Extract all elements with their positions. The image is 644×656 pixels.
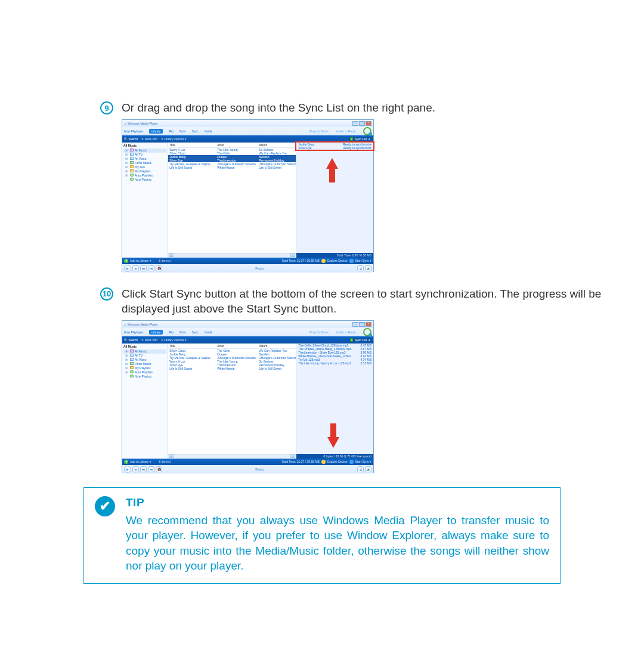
close-button[interactable]: × [366,121,371,126]
close-button[interactable]: × [366,322,371,327]
minimize-button[interactable]: _ [352,121,358,126]
menu-sync[interactable]: Sync [192,330,199,334]
sync-row[interactable]: The Like Young - Worry A Lot - 128.mp32.… [298,361,372,365]
horizontal-scrollbar[interactable]: ‹› [168,253,296,258]
minimize-button[interactable]: _ [352,322,358,327]
menu-shop-music[interactable]: Shop for Music [309,129,329,133]
sidebar-item-my-zen[interactable]: ⊞My Zen [123,165,166,169]
col-album[interactable]: Album [259,344,295,348]
menu-listen-radio[interactable]: Listen to Radio [336,330,356,334]
col-album[interactable]: Album [259,143,295,147]
step-number-10: 10 [100,287,113,301]
window-controls: _ ☐ × [352,121,371,126]
sync-rows[interactable]: Jackie BangReady to synchronizeSilver Ey… [296,143,373,253]
search-link[interactable]: 🔍 Search [124,137,138,141]
volume-button[interactable]: 🔊 [365,466,371,472]
library-rows[interactable]: Worry A LotThe Like YoungSo SeriousSilve… [168,148,296,253]
sidebar-item-all-tv[interactable]: ⊞All TV [123,153,166,157]
mute-button[interactable]: 🔇 [156,265,162,271]
sidebar-item-other-media[interactable]: ⊞Other Media [123,161,166,165]
titlebar: ♫ Windows Media Player _ ☐ × [122,120,373,127]
tv-icon [130,153,134,156]
column-headers: Title Artist Album [168,344,296,349]
sidebar-item-my-playlists[interactable]: ⊞My Playlists [123,366,166,370]
menu-now-playing[interactable]: Now Playing ▾ [124,129,143,133]
sync-row[interactable]: Silver EyeReady to synchronize [298,146,372,150]
next-button[interactable]: ⏭ [148,265,154,271]
menu-rip[interactable]: Rip [169,330,174,334]
library-options-link[interactable]: ✎ Library Options ▾ [161,137,187,141]
stop-button[interactable]: ■ [132,466,139,472]
sync-list-header[interactable]: Sync List ▾ [349,338,371,342]
col-artist[interactable]: Artist [217,344,259,348]
app-title-text: Windows Media Player [128,323,158,326]
explore-device-button[interactable]: Explore Device [327,460,348,463]
sidebar-item-all-music[interactable]: ⊞All Music [123,148,166,153]
menu-burn[interactable]: Burn [179,330,186,334]
menu-guide[interactable]: Guide [205,330,212,334]
library-rows[interactable]: Silver CloudThe CellsWe Can Replace YouJ… [168,349,296,454]
stop-button[interactable]: ■ [132,265,139,271]
arrow-up-annotation [326,158,338,169]
menu-now-playing[interactable]: Now Playing ▾ [124,330,143,334]
sidebar-item-all-video[interactable]: ⊞All Video [123,358,166,362]
volume-button[interactable]: 🔊 [365,265,371,271]
device-icon-small [321,259,326,263]
sidebar-item-auto-playlists[interactable]: ⊞Auto Playlists [123,370,166,375]
prev-button[interactable]: ⏮ [140,466,147,472]
menu-sync[interactable]: Sync [192,129,199,133]
sync-list-header[interactable]: Sync List ▾ [349,137,371,141]
sidebar-header: All Music [123,144,166,147]
scroll-left-icon[interactable]: ‹ [169,253,174,257]
folder-icon [130,169,134,172]
col-artist[interactable]: Artist [217,143,259,147]
more-info-link[interactable]: ✎ More Info [141,137,157,141]
menu-library[interactable]: Library [149,330,163,335]
search-icon[interactable] [363,328,371,336]
sidebar-item-all-video[interactable]: ⊞All Video [123,157,166,161]
scroll-right-icon[interactable]: › [290,253,295,257]
sidebar-item-now-playing[interactable]: Now Playing [123,178,166,182]
menu-guide[interactable]: Guide [205,129,212,133]
menu-library[interactable]: Library [149,129,163,134]
menu-burn[interactable]: Burn [179,129,186,133]
horizontal-scrollbar[interactable]: ‹› [168,454,296,459]
add-to-library-button[interactable]: Add to Library ▾ [130,460,151,463]
menu-listen-radio[interactable]: Listen to Radio [336,129,356,133]
library-options-link[interactable]: ✎ Library Options ▾ [161,338,187,342]
wmp-window: ♫ Windows Media Player _ ☐ × Now Playing… [122,119,374,272]
play-button[interactable]: ▶ [124,466,131,473]
start-sync-button[interactable]: Start Sync ▾ [355,460,371,463]
mute-button[interactable]: 🔇 [156,466,162,472]
table-row[interactable]: Life Is Still SweetWhite HassleLife Is S… [168,367,296,370]
search-link[interactable]: 🔍 Search [124,338,138,342]
maximize-button[interactable]: ☐ [359,322,365,327]
sidebar-item-all-tv[interactable]: ⊞All TV [123,354,166,358]
check-icon: ✔ [100,499,110,514]
add-to-library-button[interactable]: Add to Library ▾ [130,259,151,262]
sidebar-item-now-playing[interactable]: Now Playing [123,375,166,379]
table-row[interactable]: Life Is Still SweetWhite HassleLife Is S… [168,166,296,169]
start-sync-button[interactable]: Start Sync ▾ [355,259,371,262]
bottom-bar: Add to Library ▾ 6 Item(s) Total Time: 2… [122,459,373,465]
menu-shop-music[interactable]: Shop for Music [309,330,329,334]
search-icon[interactable] [363,127,371,135]
tip-title: TIP [126,495,549,510]
sidebar-item-other-media[interactable]: ⊞Other Media [123,362,166,366]
shuffle-button[interactable]: ⇄ [357,466,364,472]
col-title[interactable]: Title [169,344,217,348]
plus-icon [124,460,128,464]
prev-button[interactable]: ⏮ [140,265,147,271]
explore-device-button[interactable]: Explore Device [327,259,348,262]
shuffle-button[interactable]: ⇄ [357,265,364,271]
sidebar-item-all-music[interactable]: ⊞All Music [123,349,166,354]
sync-rows[interactable]: The-Cells_Silver-Cloud_128kbps.mp32.47 M… [296,344,373,454]
maximize-button[interactable]: ☐ [359,121,365,126]
play-button[interactable]: ▶ [124,265,131,272]
more-info-link[interactable]: ✎ More Info [141,338,157,342]
col-title[interactable]: Title [169,143,217,147]
next-button[interactable]: ⏭ [148,466,154,472]
sidebar-item-auto-playlists[interactable]: ⊞Auto Playlists [123,174,166,178]
sidebar-item-my-playlists[interactable]: ⊞My Playlists [123,169,166,174]
menu-rip[interactable]: Rip [169,129,174,133]
